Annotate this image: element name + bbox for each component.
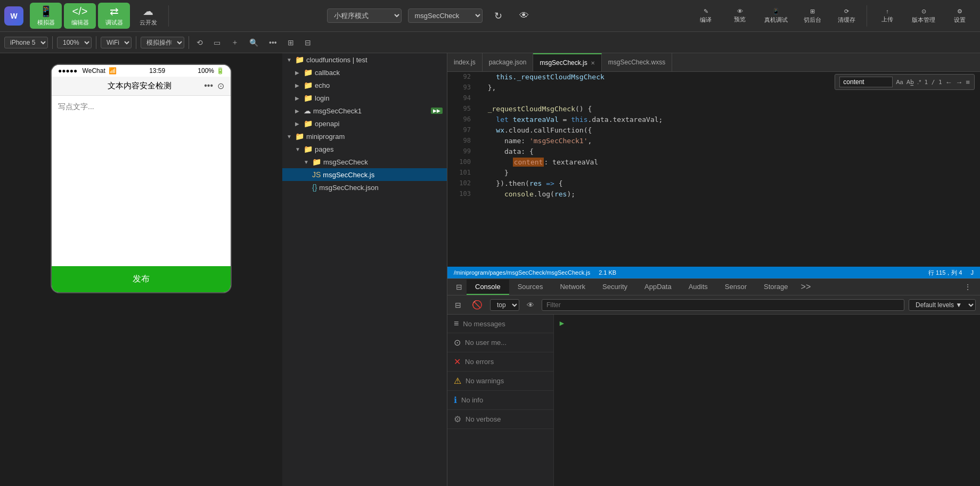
tab-network[interactable]: Network: [551, 279, 594, 295]
grid-btn[interactable]: ⊞: [284, 37, 297, 48]
tab-msgseccheck-wxss-label: msgSecCheck.wxss: [608, 59, 665, 66]
prev-result-btn[interactable]: ←: [945, 78, 952, 86]
tab-storage[interactable]: Storage: [755, 279, 797, 295]
phone-page-title: 文本内容安全检测: [75, 81, 204, 91]
real-device-btn[interactable]: 📱 真机调试: [758, 6, 794, 26]
tree-item-pages[interactable]: ▼ 📁 pages: [282, 143, 447, 155]
network-select[interactable]: WiFi: [101, 37, 132, 48]
settings-btn[interactable]: ⚙ 设置: [944, 6, 976, 26]
project-select[interactable]: msgSecCheck: [408, 9, 483, 23]
version-mgr-btn[interactable]: ⊙ 版本管理: [905, 6, 942, 26]
tab-close-icon[interactable]: ✕: [591, 60, 595, 66]
close-search-btn[interactable]: ≡: [966, 78, 970, 86]
tree-item-openapi[interactable]: ▶ 📁 openapi: [282, 117, 447, 130]
upload-btn[interactable]: ↑ 上传: [871, 6, 903, 26]
search-btn[interactable]: 🔍: [246, 37, 262, 48]
console-no-messages[interactable]: ≡ No messages: [447, 315, 553, 333]
console-levels-select[interactable]: Default levels ▼: [909, 299, 976, 311]
devtools-settings-btn[interactable]: ⋮: [960, 281, 976, 293]
add-btn[interactable]: ＋: [228, 37, 242, 48]
console-filter-input[interactable]: [542, 299, 904, 311]
tree-item-callback[interactable]: ▶ 📁 callback: [282, 66, 447, 79]
echo-label: echo: [315, 81, 330, 89]
phone-menu-icon[interactable]: •••: [204, 81, 213, 91]
tree-item-msgseccheck-folder[interactable]: ▼ 📁 msgSecCheck: [282, 155, 447, 168]
tab-msgseccheck-wxss[interactable]: msgSecCheck.wxss: [602, 53, 672, 71]
tree-item-echo[interactable]: ▶ 📁 echo: [282, 79, 447, 92]
tree-item-msgseccheck-json[interactable]: {} msgSecCheck.json: [282, 181, 447, 194]
devtools-more-btn[interactable]: >>: [797, 279, 815, 295]
phone-textarea[interactable]: [52, 96, 231, 202]
device-sep4: [189, 36, 189, 49]
regex-btn[interactable]: .*: [917, 79, 921, 85]
eye-btn[interactable]: 👁: [514, 7, 534, 24]
simulator-btn[interactable]: 📱 模拟器: [30, 3, 62, 29]
console-arrow[interactable]: ►: [558, 319, 566, 327]
editor-btn[interactable]: </> 编辑器: [64, 3, 96, 29]
code-line-102: 102 }).then(res => {: [447, 178, 980, 189]
console-clear-btn[interactable]: 🚫: [469, 298, 486, 312]
operation-select[interactable]: 模拟操作: [141, 37, 184, 48]
search-input[interactable]: [839, 77, 893, 87]
tree-root[interactable]: ▼ 📁 cloudfunctions | test: [282, 53, 447, 66]
more-btn[interactable]: •••: [266, 37, 280, 48]
debugger-icon: ⇄: [110, 5, 119, 18]
tab-audits-label: Audits: [689, 283, 708, 291]
editor-label: 编辑器: [71, 19, 89, 27]
console-no-warnings[interactable]: ⚠ No warnings: [447, 372, 553, 391]
backend-btn[interactable]: ⊞ 切后台: [796, 6, 828, 26]
publish-btn[interactable]: 发布: [52, 266, 231, 292]
tab-audits[interactable]: Audits: [680, 279, 716, 295]
debugger-label: 调试器: [105, 19, 123, 27]
tab-msgseccheck-js[interactable]: msgSecCheck.js ✕: [533, 53, 601, 71]
zoom-select[interactable]: 100%: [57, 37, 92, 48]
code-editor[interactable]: Aa Ab̲ .* 1 / 1 ← → ≡ 92 this._requestCl…: [447, 72, 980, 267]
compile-btn[interactable]: ✎ 编译: [690, 6, 722, 26]
app-logo: W: [4, 6, 23, 26]
tab-security[interactable]: Security: [594, 279, 636, 295]
console-no-info[interactable]: ℹ No info: [447, 391, 553, 410]
phone-app-name: WeChat: [83, 67, 105, 75]
mode-select[interactable]: 小程序模式: [327, 9, 402, 23]
phone-camera-icon[interactable]: ⊙: [217, 81, 224, 91]
tab-package-json[interactable]: package.json: [483, 53, 534, 71]
tree-item-login[interactable]: ▶ 📁 login: [282, 92, 447, 104]
tab-package-json-label: package.json: [489, 59, 527, 66]
console-eye-btn[interactable]: 👁: [524, 299, 537, 311]
tab-appdata-label: AppData: [644, 283, 672, 291]
next-result-btn[interactable]: →: [956, 78, 962, 86]
console-no-errors[interactable]: ✕ No errors: [447, 352, 553, 372]
match-case-btn[interactable]: Aa: [896, 79, 903, 85]
tab-sources[interactable]: Sources: [509, 279, 552, 295]
console-no-verbose[interactable]: ⚙ No verbose: [447, 410, 553, 429]
preview-btn[interactable]: 👁 预览: [724, 6, 756, 26]
no-messages-icon: ≡: [454, 319, 459, 328]
clear-cache-btn[interactable]: ⟳ 清缓存: [830, 6, 862, 26]
tab-index-js[interactable]: index.js: [447, 53, 483, 71]
tab-console-label: Console: [475, 283, 501, 291]
tab-appdata[interactable]: AppData: [636, 279, 680, 295]
debugger-btn[interactable]: ⇄ 调试器: [98, 3, 130, 29]
whole-word-btn[interactable]: Ab̲: [907, 79, 914, 86]
compile-label: 编译: [700, 16, 712, 24]
devtools-collapse-btn[interactable]: ⊟: [452, 279, 467, 294]
device-sep1: [52, 36, 53, 49]
tab-sensor[interactable]: Sensor: [716, 279, 755, 295]
refresh-btn[interactable]: ↻: [489, 7, 508, 25]
cloud-btn[interactable]: ☁ 云开发: [132, 3, 164, 29]
portrait-btn[interactable]: ▭: [210, 37, 224, 48]
console-messages-list: ≡ No messages ⊙ No user me... ✕ No error…: [447, 315, 554, 486]
console-no-user-msgs[interactable]: ⊙ No user me...: [447, 333, 553, 352]
tab-console[interactable]: Console: [467, 279, 509, 295]
tree-item-msgseccheck-js[interactable]: JS msgSecCheck.js: [282, 168, 447, 181]
rotate-btn[interactable]: ⟲: [193, 37, 206, 48]
cloud-label: 云开发: [140, 19, 157, 27]
layout-btn[interactable]: ⊟: [301, 37, 314, 48]
tree-item-miniprogram[interactable]: ▼ 📁 miniprogram: [282, 130, 447, 143]
console-toggle-btn[interactable]: ⊟: [452, 299, 464, 311]
device-select[interactable]: iPhone 5: [4, 37, 48, 48]
callback-folder-icon: 📁: [304, 68, 313, 77]
tree-item-msgseccheck1[interactable]: ▶ ☁ msgSecCheck1 ▶▶: [282, 104, 447, 117]
msgseccheck-js-label: msgSecCheck.js: [323, 171, 374, 179]
console-context-select[interactable]: top: [490, 299, 519, 311]
